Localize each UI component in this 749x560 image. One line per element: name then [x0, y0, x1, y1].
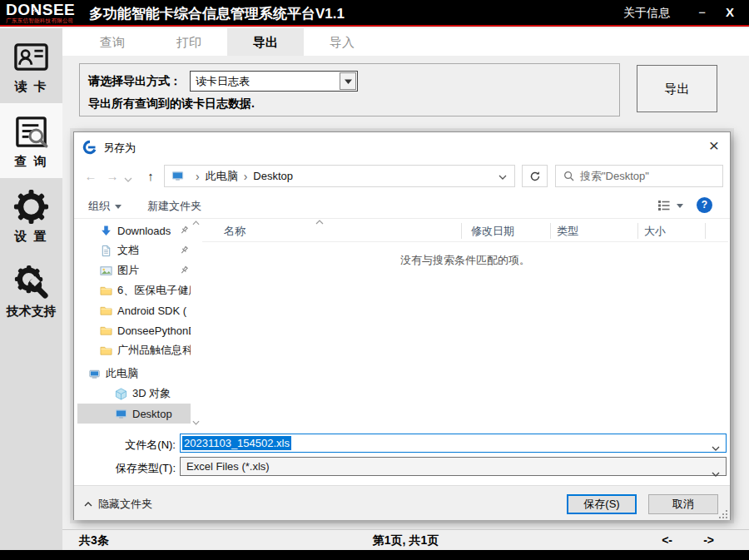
address-dropdown-icon[interactable]: [499, 170, 507, 182]
sidebar-item-query[interactable]: 查 询: [0, 103, 62, 178]
savetype-dropdown-icon[interactable]: [712, 464, 720, 482]
folder-icon: [100, 305, 112, 317]
filename-selected-text: 20231103_154502.xls: [182, 436, 291, 450]
tab-export[interactable]: 导出: [227, 28, 304, 56]
folder-icon: [100, 285, 112, 297]
computer-icon: [88, 368, 101, 380]
gear-wrench-icon: [12, 262, 51, 301]
prev-page-button[interactable]: <-: [662, 533, 672, 547]
column-header-date-modified[interactable]: 修改日期: [471, 221, 514, 240]
caret-down-icon: [677, 204, 683, 208]
export-mode-select[interactable]: 读卡日志表: [190, 71, 358, 92]
pictures-icon: [100, 265, 112, 277]
filename-dropdown-icon[interactable]: [712, 441, 720, 453]
about-button[interactable]: 关于信息: [623, 6, 670, 21]
column-header-size[interactable]: 大小: [644, 221, 666, 240]
tree-item-3d-objects[interactable]: 3D 对象: [77, 384, 191, 404]
window-bottom-edge: [0, 550, 749, 560]
close-button[interactable]: X: [726, 5, 734, 19]
savetype-label: 保存类型(T):: [74, 461, 176, 476]
tree-item-folder-android-sdk[interactable]: Android SDK (: [77, 300, 191, 320]
address-bar[interactable]: › 此电脑 › Desktop: [164, 165, 515, 187]
status-bar: 共3条 第1页, 共1页 <- ->: [62, 529, 749, 550]
breadcrumb-separator: ›: [196, 170, 200, 183]
help-button[interactable]: ?: [697, 197, 712, 213]
dialog-close-icon[interactable]: ×: [709, 135, 719, 156]
column-divider: [461, 223, 462, 239]
tree-item-desktop[interactable]: Desktop: [77, 404, 191, 424]
nav-back-icon[interactable]: ←: [81, 165, 101, 187]
search-placeholder: 搜索"Desktop": [580, 169, 649, 184]
scroll-up-icon: [192, 221, 200, 225]
sort-ascending-icon: [315, 215, 324, 227]
app-logo: DONSEE 广东东信智能科技有限公司: [6, 2, 86, 24]
export-mode-label: 请选择导出方式：: [88, 74, 181, 89]
tree-scrollbar[interactable]: [191, 221, 201, 425]
dialog-command-bar: 组织 新建文件夹 ?: [74, 193, 730, 219]
save-as-dialog: 另存为 × ← → ↑ › 此电脑 › Desktop 搜索"Desktop" …: [73, 131, 731, 520]
tree-item-documents[interactable]: 文档: [77, 240, 191, 260]
filename-label: 文件名(N):: [74, 438, 176, 453]
header-divider: [202, 241, 728, 242]
app-window: DONSEE 广东东信智能科技有限公司 多功能智能卡综合信息管理系统平台V1.1…: [0, 0, 749, 560]
scroll-down-icon: [192, 420, 200, 425]
column-header-type[interactable]: 类型: [557, 221, 578, 240]
tab-import[interactable]: 导入: [304, 28, 380, 56]
list-view-icon: [657, 200, 671, 211]
filename-input[interactable]: 20231103_154502.xls: [180, 434, 727, 453]
cancel-button[interactable]: 取消: [648, 494, 718, 514]
nav-history-chevron-icon[interactable]: [124, 172, 137, 181]
sidebar-item-tech-support[interactable]: 技术支持: [0, 253, 62, 328]
card-reader-icon: [12, 37, 51, 77]
pin-icon: [179, 265, 189, 275]
nav-up-icon[interactable]: ↑: [141, 165, 161, 187]
desktop-icon: [115, 408, 127, 420]
refresh-button[interactable]: [522, 165, 548, 187]
chevron-up-icon: [84, 502, 92, 507]
dropdown-arrow-icon[interactable]: [340, 72, 356, 90]
folder-icon: [100, 325, 112, 337]
organize-button[interactable]: 组织: [88, 199, 122, 214]
view-mode-button[interactable]: [657, 200, 683, 211]
tab-query[interactable]: 查询: [74, 28, 151, 56]
tab-print[interactable]: 打印: [151, 28, 227, 56]
column-divider: [637, 223, 638, 239]
hide-folders-button[interactable]: 隐藏文件夹: [84, 497, 152, 512]
tree-item-folder-yibao[interactable]: 6、医保电子健康: [77, 280, 191, 300]
nav-forward-icon[interactable]: →: [102, 165, 122, 187]
download-icon: [100, 225, 112, 237]
sidebar-item-read-card[interactable]: 读 卡: [0, 28, 62, 103]
next-page-button[interactable]: ->: [703, 533, 714, 547]
tree-item-this-pc[interactable]: 此电脑: [77, 364, 191, 384]
tree-item-folder-donsee-python[interactable]: DonseePythonD: [77, 320, 191, 340]
resize-grip[interactable]: [719, 510, 727, 518]
savetype-select[interactable]: Excel Files (*.xls): [180, 457, 727, 476]
tree-item-downloads[interactable]: Downloads: [77, 221, 191, 240]
save-button[interactable]: 保存(S): [567, 494, 637, 514]
pin-icon: [179, 225, 189, 235]
search-input[interactable]: 搜索"Desktop": [555, 165, 723, 187]
minimize-button[interactable]: −: [698, 5, 706, 19]
search-doc-icon: [12, 112, 51, 151]
tree-item-pictures[interactable]: 图片: [77, 260, 191, 280]
document-icon: [100, 245, 112, 257]
breadcrumb-desktop[interactable]: Desktop: [253, 170, 293, 182]
folder-tree: Downloads 文档 图片 6、医保电子健康 Android SDK (: [77, 221, 191, 424]
page-indicator: 第1页, 共1页: [62, 533, 749, 548]
search-icon: [563, 171, 574, 181]
refresh-icon: [529, 171, 541, 182]
app-titlebar: DONSEE 广东东信智能科技有限公司 多功能智能卡综合信息管理系统平台V1.1…: [0, 0, 749, 27]
cube-icon: [115, 388, 127, 400]
new-folder-button[interactable]: 新建文件夹: [147, 199, 201, 214]
dialog-title: 另存为: [103, 141, 136, 156]
column-header-name[interactable]: 名称: [224, 221, 246, 240]
tree-item-folder-guangzhou[interactable]: 广州品触信息科: [77, 340, 191, 360]
app-dialog-icon: [82, 140, 97, 155]
breadcrumb-this-pc[interactable]: 此电脑: [206, 169, 238, 184]
column-divider: [705, 223, 706, 239]
antenna-icon: [32, 1, 40, 16]
empty-results-message: 没有与搜索条件匹配的项。: [202, 253, 728, 268]
sidebar-item-settings[interactable]: 设 置: [0, 178, 62, 253]
export-description: 导出所有查询到的读卡日志数据.: [88, 97, 255, 112]
export-button[interactable]: 导出: [637, 65, 717, 112]
